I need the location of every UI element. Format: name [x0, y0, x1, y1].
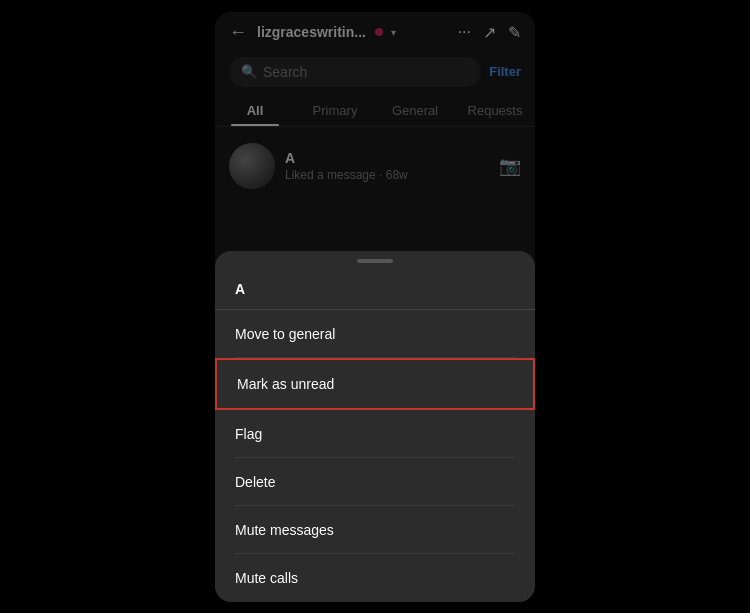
sheet-username: A [215, 275, 535, 309]
bottom-sheet-overlay: A Move to general Mark as unread Flag De… [215, 12, 535, 602]
mute-calls-item[interactable]: Mute calls [215, 554, 535, 602]
mute-messages-item[interactable]: Mute messages [215, 506, 535, 554]
mark-as-unread-item[interactable]: Mark as unread [215, 358, 535, 410]
delete-item[interactable]: Delete [215, 458, 535, 506]
phone-container: ← lizgraceswritin... ▾ ··· ↗ ✎ 🔍 Search … [215, 12, 535, 602]
sheet-handle [357, 259, 393, 263]
bottom-sheet: A Move to general Mark as unread Flag De… [215, 251, 535, 602]
flag-item[interactable]: Flag [215, 410, 535, 458]
move-to-general-item[interactable]: Move to general [215, 310, 535, 358]
